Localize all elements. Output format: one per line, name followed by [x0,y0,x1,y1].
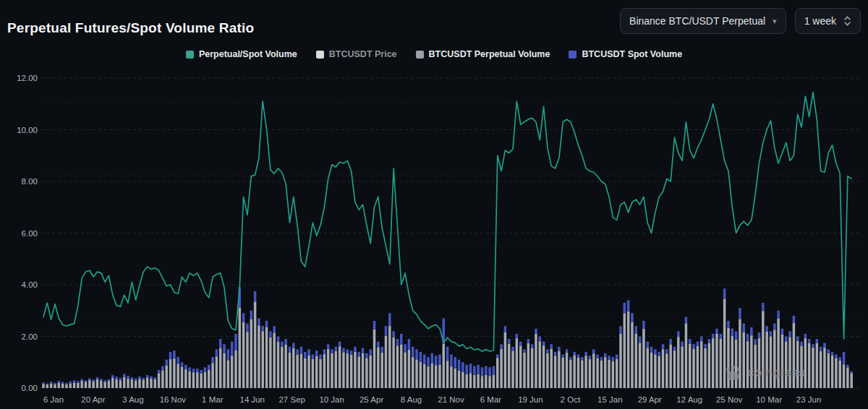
spot-volume-bar [581,357,584,360]
spot-volume-bar [838,357,841,361]
spot-volume-bar [608,356,610,359]
spot-volume-bar [739,308,741,319]
perp-volume-bar [511,350,514,388]
spot-volume-bar [369,349,372,355]
perp-volume-bar [173,358,176,388]
perp-volume-bar [573,356,576,388]
perp-volume-bar [312,359,315,388]
spot-volume-bar [254,291,257,301]
perp-volume-bar [477,374,480,388]
perp-volume-bar [654,354,657,388]
ratio-volume-chart[interactable]: 0.002.004.006.008.0010.0012.006 Jan20 Ap… [0,0,868,409]
spot-volume-bar [485,366,488,375]
perp-volume-bar [46,384,49,388]
spot-volume-bar [812,344,814,348]
perp-volume-bar [420,362,422,388]
spot-volume-bar [377,342,380,348]
perp-volume-bar [723,298,726,388]
spot-volume-bar [354,347,357,352]
spot-volume-bar [635,326,638,333]
spot-volume-bar [843,352,846,364]
spot-volume-bar [146,375,149,377]
spot-volume-bar [227,349,230,360]
perp-volume-bar [135,381,137,388]
x-axis-label: 10 Jan [319,395,344,404]
x-axis-label: 10 Mar [756,395,782,404]
perp-volume-bar [373,330,376,388]
spot-volume-bar [58,381,61,383]
spot-volume-bar [720,334,723,339]
spot-volume-bar [527,339,530,343]
spot-volume-bar [357,352,360,356]
perp-volume-bar [123,377,126,388]
spot-volume-bar [715,329,718,334]
spot-volume-bar [446,347,449,361]
spot-volume-bar [312,355,315,359]
spot-volume-bar [427,357,430,366]
y-axis-label: 10.00 [17,126,38,134]
spot-volume-bar [689,339,692,344]
perp-volume-bar [700,341,703,388]
perp-volume-bar [304,358,307,388]
spot-volume-bar [469,363,472,373]
perp-volume-bar [561,358,564,388]
perp-volume-bar [273,332,276,388]
spot-volume-bar [284,339,287,345]
perp-volume-bar [269,337,272,388]
perp-volume-bar [481,376,484,388]
perp-volume-bar [365,358,368,388]
spot-volume-bar [835,355,838,358]
spot-volume-bar [196,369,199,372]
perp-volume-bar [527,343,530,388]
perp-volume-bar [58,383,61,388]
spot-volume-bar [46,384,49,384]
x-axis-label: 23 Jun [796,395,822,404]
perp-volume-bar [469,373,472,388]
perp-volume-bar [612,361,615,388]
spot-volume-bar [488,367,491,376]
perp-volume-bar [307,356,310,388]
perp-volume-bar [327,349,330,388]
spot-volume-bar [523,349,526,353]
spot-volume-bar [612,357,615,361]
spot-volume-bar [258,318,260,325]
perp-volume-bar [569,360,572,388]
perp-volume-bar [635,334,638,388]
spot-volume-bar [712,334,715,338]
spot-volume-bar [642,321,645,329]
spot-volume-bar [723,288,726,298]
spot-volume-bar [616,355,618,359]
spot-volume-bar [100,379,103,380]
perp-volume-bar [357,356,360,388]
spot-volume-bar [762,303,765,311]
perp-volume-bar [258,325,260,388]
spot-volume-bar [250,311,253,319]
spot-volume-bar [519,342,522,346]
perp-volume-bar [188,371,191,388]
spot-volume-bar [827,349,830,353]
perp-volume-bar [408,350,411,388]
perp-volume-bar [342,352,345,388]
spot-volume-bar [731,329,734,336]
spot-volume-bar [473,366,476,375]
spot-volume-bar [781,329,784,335]
spot-volume-bar [435,356,438,365]
perp-volume-bar [577,358,580,388]
x-axis-label: 3 Aug [122,395,143,404]
spot-volume-bar [816,339,819,343]
perp-volume-bar [73,382,76,388]
spot-volume-bar [208,365,210,370]
perp-volume-bar [234,350,237,388]
perp-volume-bar [184,369,187,388]
perp-volume-bar [138,379,141,388]
spot-volume-bar [727,321,730,328]
spot-volume-bar [292,343,295,348]
spot-volume-bar [261,326,264,331]
perp-volume-bar [119,380,122,388]
perp-volume-bar [804,338,807,388]
perp-volume-bar [454,369,456,388]
spot-volume-bar [589,356,592,359]
perp-volume-bar [404,352,407,388]
spot-volume-bar [481,367,484,376]
perp-volume-bar [554,356,557,388]
